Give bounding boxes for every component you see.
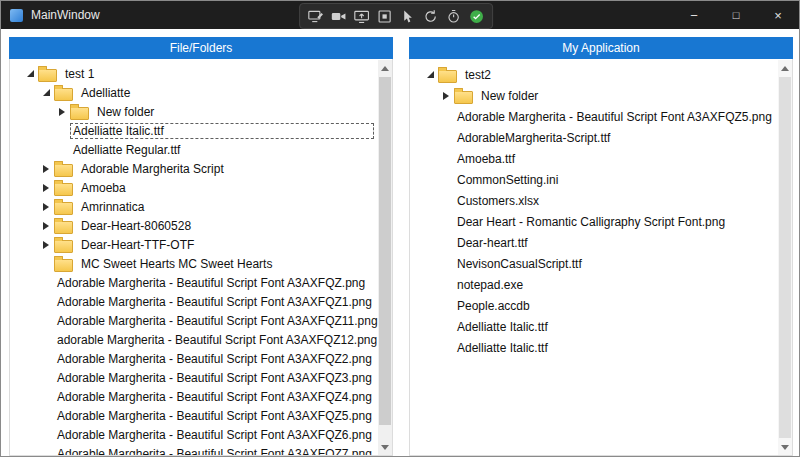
scroll-down-icon[interactable]	[778, 439, 792, 455]
tree-item[interactable]: Adorable Margherita - Beautiful Script F…	[10, 444, 392, 456]
expand-icon[interactable]	[40, 163, 52, 175]
application-panel-title: My Application	[562, 41, 639, 55]
tree-item[interactable]: Adelliatte Italic.ttf	[410, 316, 792, 337]
expander-spacer	[40, 296, 52, 308]
tree-item[interactable]: Dear-Heart-TTF-OTF	[10, 235, 392, 254]
scroll-up-icon[interactable]	[378, 60, 392, 76]
tree-item-label: Amoeba.ttf	[454, 151, 518, 167]
expand-icon[interactable]	[440, 90, 452, 102]
collapse-icon[interactable]	[424, 69, 436, 81]
expander-spacer	[440, 300, 452, 312]
expander-spacer	[40, 429, 52, 441]
tree-item[interactable]: Dear Heart - Romantic Calligraphy Script…	[410, 211, 792, 232]
tree-item-label: Customers.xlsx	[454, 193, 542, 209]
tree-item[interactable]: Adelliatte Italic.ttf	[410, 337, 792, 358]
expander-spacer	[440, 321, 452, 333]
application-panel: My Application test2New folderAdorable M…	[409, 37, 793, 456]
scrollbar-thumb[interactable]	[779, 77, 791, 438]
tree-item[interactable]: Amrinnatica	[10, 197, 392, 216]
tree-item[interactable]: Adelliatte	[10, 83, 392, 102]
tree-item[interactable]: Adorable Margherita - Beautiful Script F…	[10, 368, 392, 387]
tree-item[interactable]: Adorable Margherita - Beautiful Script F…	[10, 292, 392, 311]
tree-item[interactable]: Adorable Margherita - Beautiful Script F…	[10, 425, 392, 444]
tree-item[interactable]: Adorable Margherita - Beautiful Script F…	[10, 406, 392, 425]
expander-spacer	[440, 132, 452, 144]
tree-item[interactable]: Adelliatte Italic.ttf	[10, 121, 392, 140]
collapse-icon[interactable]	[40, 87, 52, 99]
expander-spacer	[40, 372, 52, 384]
stop-frame-icon[interactable]	[374, 6, 395, 27]
tree-item-label: test 1	[62, 66, 97, 82]
tree-item[interactable]: Dear-heart.ttf	[410, 232, 792, 253]
files-panel-header: File/Folders	[9, 37, 393, 59]
scroll-up-icon[interactable]	[778, 60, 792, 76]
done-icon[interactable]	[466, 6, 487, 27]
tree-item[interactable]: NevisonCasualScript.ttf	[410, 253, 792, 274]
tree-item[interactable]: People.accdb	[410, 295, 792, 316]
tree-item-label: notepad.exe	[454, 277, 526, 293]
expand-icon[interactable]	[40, 239, 52, 251]
vertical-scrollbar[interactable]	[378, 60, 392, 455]
tree-item[interactable]: AdorableMargherita-Script.ttf	[410, 127, 792, 148]
screen-draw-icon[interactable]	[305, 6, 326, 27]
files-panel-title: File/Folders	[170, 41, 233, 55]
expand-icon[interactable]	[56, 106, 68, 118]
tree-item-label: Adorable Margherita - Beautiful Script F…	[54, 313, 381, 329]
expand-icon[interactable]	[40, 220, 52, 232]
maximize-button[interactable]: □	[715, 1, 757, 29]
scrollbar-thumb[interactable]	[379, 77, 391, 425]
tree-item[interactable]: Customers.xlsx	[410, 190, 792, 211]
vertical-scrollbar[interactable]	[778, 60, 792, 455]
tree-item[interactable]: New folder	[410, 85, 792, 106]
tree-item-label: Adorable Margherita Script	[78, 161, 227, 177]
file-folders-tree: test 1AdelliatteNew folderAdelliatte Ita…	[9, 59, 393, 456]
tree-item[interactable]: test 1	[10, 64, 392, 83]
tree-item[interactable]: Adelliatte Regular.ttf	[10, 140, 392, 159]
tree-item[interactable]: adorable Margherita - Beautiful Script F…	[10, 330, 392, 349]
tree-item[interactable]: CommonSetting.ini	[410, 169, 792, 190]
screen-share-icon[interactable]	[351, 6, 372, 27]
tree-item-label: Adelliatte Regular.ttf	[70, 142, 183, 158]
tree-item[interactable]: notepad.exe	[410, 274, 792, 295]
window-title: MainWindow	[31, 8, 100, 22]
tree-item[interactable]: Adorable Margherita - Beautiful Script F…	[10, 349, 392, 368]
tree-item[interactable]: New folder	[10, 102, 392, 121]
collapse-icon[interactable]	[24, 68, 36, 80]
tree-item[interactable]: Adorable Margherita - Beautiful Script F…	[10, 273, 392, 292]
folder-icon	[454, 91, 473, 104]
main-content: File/Folders test 1AdelliatteNew folderA…	[1, 29, 799, 456]
tree-item[interactable]: Dear-Heart-8060528	[10, 216, 392, 235]
scroll-down-icon[interactable]	[378, 439, 392, 455]
tree-item[interactable]: Adorable Margherita - Beautiful Script F…	[10, 387, 392, 406]
minimize-button[interactable]: −	[673, 1, 715, 29]
tree-item-label: CommonSetting.ini	[454, 172, 561, 188]
files-panel: File/Folders test 1AdelliatteNew folderA…	[9, 37, 393, 456]
expand-icon[interactable]	[40, 182, 52, 194]
tree-item-label: Adorable Margherita - Beautiful Script F…	[54, 389, 375, 405]
expander-spacer	[40, 334, 52, 346]
tree-item[interactable]: Adorable Margherita Script	[10, 159, 392, 178]
video-camera-icon[interactable]	[328, 6, 349, 27]
tree-item[interactable]: MC Sweet Hearts MC Sweet Hearts	[10, 254, 392, 273]
folder-icon	[438, 70, 457, 83]
expander-spacer	[440, 237, 452, 249]
application-panel-header: My Application	[409, 37, 793, 59]
restart-icon[interactable]	[420, 6, 441, 27]
cursor-select-icon[interactable]	[397, 6, 418, 27]
tree-item[interactable]: Amoeba	[10, 178, 392, 197]
timer-icon[interactable]	[443, 6, 464, 27]
tree-item-label: Amrinnatica	[78, 199, 147, 215]
close-button[interactable]: ×	[757, 1, 799, 29]
folder-icon	[70, 107, 89, 120]
tree-item[interactable]: Adorable Margherita - Beautiful Script F…	[10, 311, 392, 330]
tree-item[interactable]: Amoeba.ttf	[410, 148, 792, 169]
tree-item-label: Adorable Margherita - Beautiful Script F…	[54, 370, 375, 386]
folder-icon	[54, 164, 73, 177]
tree-item-label: Dear Heart - Romantic Calligraphy Script…	[454, 214, 728, 230]
folder-icon	[54, 88, 73, 101]
expand-icon[interactable]	[40, 201, 52, 213]
expander-spacer	[440, 258, 452, 270]
tree-item[interactable]: test2	[410, 64, 792, 85]
tree-item-label: New folder	[478, 88, 541, 104]
tree-item[interactable]: Adorable Margherita - Beautiful Script F…	[410, 106, 792, 127]
